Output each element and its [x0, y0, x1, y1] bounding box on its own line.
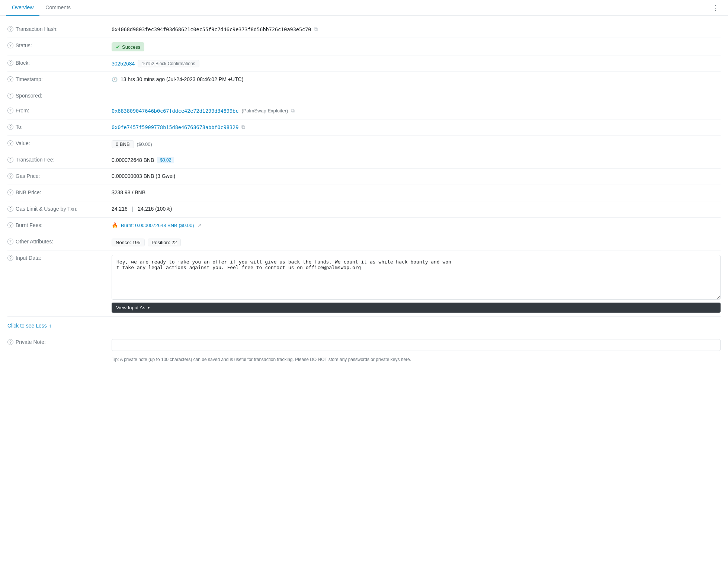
from-row: ? From: 0x683809047646b0c67fddce42e72d12… — [7, 103, 721, 119]
transaction-fee-help-icon[interactable]: ? — [7, 157, 13, 163]
private-note-input[interactable] — [112, 339, 721, 351]
to-value-col: 0x0fe7457f5909778b15d8e46768678abbf0c983… — [112, 123, 721, 130]
transaction-fee-value-col: 0.000072648 BNB $0.02 — [112, 156, 721, 163]
status-value-col: ✔ Success — [112, 42, 721, 51]
block-number-link[interactable]: 30252684 — [112, 61, 135, 67]
transaction-hash-value: 0x4068d9803fec394f03d68621c0ec55f9c7d46c… — [112, 26, 311, 32]
position-badge: Position: 22 — [148, 239, 181, 246]
burnt-fees-help-icon[interactable]: ? — [7, 222, 13, 228]
gas-limit-help-icon[interactable]: ? — [7, 206, 13, 212]
gas-price-label: Gas Price: — [16, 173, 40, 179]
gas-limit-label: Gas Limit & Usage by Txn: — [16, 206, 77, 212]
other-attributes-value-col: Nonce: 195 Position: 22 — [112, 238, 721, 246]
transaction-hash-value-col: 0x4068d9803fec394f03d68621c0ec55f9c7d46c… — [112, 25, 721, 32]
bnb-price-label-col: ? BNB Price: — [7, 189, 112, 195]
status-label-col: ? Status: — [7, 42, 112, 48]
tab-comments[interactable]: Comments — [39, 0, 77, 16]
timestamp-value: 13 hrs 30 mins ago (Jul-24-2023 08:46:02… — [121, 76, 243, 82]
bnb-price-help-icon[interactable]: ? — [7, 189, 13, 195]
other-attributes-label-col: ? Other Attributes: — [7, 238, 112, 245]
input-data-row: ? Input Data: View Input As ▾ — [7, 250, 721, 317]
input-data-label-col: ? Input Data: — [7, 254, 112, 261]
value-help-icon[interactable]: ? — [7, 140, 13, 146]
to-address-copy-icon[interactable]: ⧉ — [241, 124, 245, 130]
private-note-tip: Tip: A private note (up to 100 character… — [112, 357, 411, 362]
input-data-wrapper: View Input As ▾ — [112, 255, 721, 313]
burnt-fees-external-icon[interactable]: ↗ — [197, 222, 202, 228]
tabs-bar: Overview Comments ⋮ — [0, 0, 728, 16]
tab-overview[interactable]: Overview — [6, 0, 39, 16]
from-label-col: ? From: — [7, 107, 112, 114]
value-row: ? Value: 0 BNB ($0.00) — [7, 136, 721, 152]
block-help-icon[interactable]: ? — [7, 60, 13, 66]
fire-icon: 🔥 — [112, 222, 118, 228]
bnb-price-label: BNB Price: — [16, 189, 41, 195]
from-address-link[interactable]: 0x683809047646b0c67fddce42e72d1299d34899… — [112, 108, 238, 114]
gas-price-help-icon[interactable]: ? — [7, 173, 13, 179]
timestamp-help-icon[interactable]: ? — [7, 76, 13, 82]
burnt-fees-label-col: ? Burnt Fees: — [7, 221, 112, 228]
to-help-icon[interactable]: ? — [7, 124, 13, 130]
burnt-fees-value-col: 🔥 Burnt: 0.0000072648 BNB ($0.00) ↗ — [112, 221, 721, 228]
bnb-price-row: ? BNB Price: $238.98 / BNB — [7, 185, 721, 201]
burnt-fees-row: ? Burnt Fees: 🔥 Burnt: 0.0000072648 BNB … — [7, 218, 721, 234]
gas-limit-value: 24,216 — [112, 206, 128, 212]
transaction-hash-row: ? Transaction Hash: 0x4068d9803fec394f03… — [7, 22, 721, 38]
timestamp-label: Timestamp: — [16, 76, 43, 82]
view-input-as-label: View Input As — [116, 305, 145, 310]
gas-price-label-col: ? Gas Price: — [7, 172, 112, 179]
from-value-col: 0x683809047646b0c67fddce42e72d1299d34899… — [112, 107, 721, 114]
transaction-fee-label: Transaction Fee: — [16, 157, 55, 163]
status-row: ? Status: ✔ Success — [7, 38, 721, 55]
private-note-row: ? Private Note: Tip: A private note (up … — [7, 335, 721, 370]
value-label-col: ? Value: — [7, 140, 112, 146]
burnt-fees-value[interactable]: Burnt: 0.0000072648 BNB ($0.00) — [121, 223, 194, 228]
input-data-label: Input Data: — [16, 255, 41, 261]
gas-price-value-col: 0.000000003 BNB (3 Gwei) — [112, 172, 721, 179]
value-amount-badge: 0 BNB — [112, 140, 134, 148]
gas-price-value: 0.000000003 BNB (3 Gwei) — [112, 173, 175, 179]
transaction-hash-copy-icon[interactable]: ⧉ — [314, 26, 318, 32]
status-label: Status: — [16, 42, 32, 48]
to-label: To: — [16, 124, 23, 130]
view-input-as-button[interactable]: View Input As ▾ — [112, 303, 721, 313]
transaction-hash-label: Transaction Hash: — [16, 26, 58, 32]
gas-limit-row: ? Gas Limit & Usage by Txn: 24,216 | 24,… — [7, 201, 721, 218]
check-circle-icon: ✔ — [116, 44, 120, 50]
bnb-price-value: $238.98 / BNB — [112, 189, 145, 195]
private-note-label: Private Note: — [16, 339, 46, 345]
block-label: Block: — [16, 60, 30, 66]
sponsored-label-col: ? Sponsored: — [7, 92, 112, 99]
sponsored-help-icon[interactable]: ? — [7, 93, 13, 99]
private-note-help-icon[interactable]: ? — [7, 339, 13, 345]
block-value-col: 30252684 16152 Block Confirmations — [112, 59, 721, 67]
status-badge: ✔ Success — [112, 42, 144, 51]
from-address-tag: (PalmSwap Exploiter) — [241, 108, 288, 114]
from-help-icon[interactable]: ? — [7, 108, 13, 114]
click-to-see-less-button[interactable]: Click to see Less ↑ — [7, 317, 52, 335]
status-help-icon[interactable]: ? — [7, 42, 13, 48]
gas-limit-separator: | — [132, 206, 134, 212]
burnt-fees-label: Burnt Fees: — [16, 222, 42, 228]
to-label-col: ? To: — [7, 123, 112, 130]
more-options-button[interactable]: ⋮ — [709, 1, 722, 15]
value-value-col: 0 BNB ($0.00) — [112, 140, 721, 148]
input-data-help-icon[interactable]: ? — [7, 255, 13, 261]
value-usd: ($0.00) — [137, 141, 152, 147]
value-label: Value: — [16, 140, 30, 146]
sponsored-label: Sponsored: — [16, 93, 42, 99]
chevron-down-icon: ▾ — [148, 305, 150, 310]
input-data-textarea[interactable] — [112, 255, 721, 300]
other-attributes-help-icon[interactable]: ? — [7, 239, 13, 245]
timestamp-label-col: ? Timestamp: — [7, 76, 112, 82]
transaction-hash-help-icon[interactable]: ? — [7, 26, 13, 32]
transaction-overview-content: ? Transaction Hash: 0x4068d9803fec394f03… — [0, 16, 728, 376]
from-address-copy-icon[interactable]: ⧉ — [291, 108, 295, 114]
input-data-value-col: View Input As ▾ — [112, 254, 721, 313]
transaction-hash-label-col: ? Transaction Hash: — [7, 25, 112, 32]
private-note-label-col: ? Private Note: — [7, 338, 112, 345]
gas-limit-label-col: ? Gas Limit & Usage by Txn: — [7, 205, 112, 212]
to-address-link[interactable]: 0x0fe7457f5909778b15d8e46768678abbf0c983… — [112, 124, 238, 130]
transaction-fee-amount: 0.000072648 BNB — [112, 157, 154, 163]
timestamp-value-col: 🕐 13 hrs 30 mins ago (Jul-24-2023 08:46:… — [112, 76, 721, 82]
